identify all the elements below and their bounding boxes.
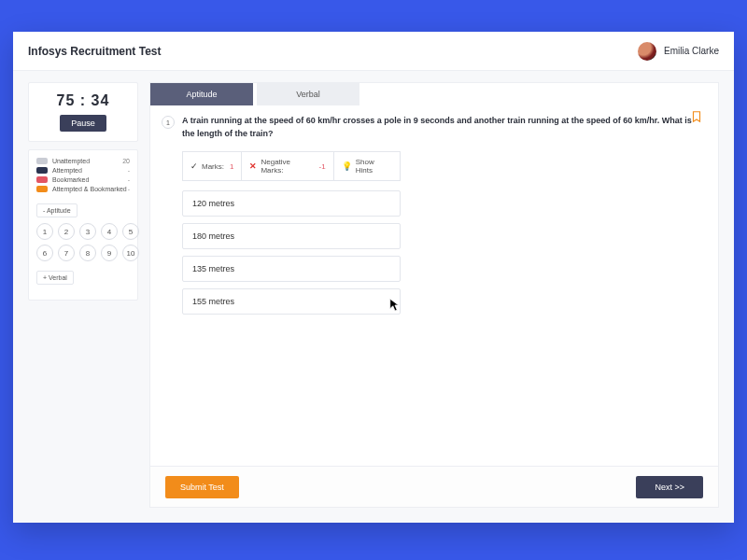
footer-bar: Submit Test Next >> — [150, 466, 718, 507]
timer-card: 75 : 34 Pause — [28, 82, 138, 142]
app-body: 75 : 34 Pause Unattempted 20 Attempted - — [13, 71, 734, 523]
sidebar: 75 : 34 Pause Unattempted 20 Attempted - — [28, 82, 138, 508]
qcell[interactable]: 9 — [101, 245, 118, 261]
qcell[interactable]: 8 — [79, 245, 96, 261]
option[interactable]: 135 metres — [182, 256, 401, 282]
section-toggle-aptitude[interactable]: - Aptitude — [36, 203, 78, 217]
palette-card: Unattempted 20 Attempted - Bookmarked - — [28, 149, 138, 301]
legend-bookmarked: Bookmarked - — [36, 176, 130, 183]
qcell[interactable]: 5 — [122, 223, 139, 240]
qcell[interactable]: 3 — [79, 223, 96, 240]
qcell[interactable]: 10 — [122, 245, 139, 261]
tab-row: Aptitude Verbal — [150, 83, 718, 105]
main-panel: Aptitude Verbal 1 A train running at the… — [149, 82, 719, 508]
submit-test-button[interactable]: Submit Test — [165, 476, 239, 498]
bulb-icon: 💡 — [342, 161, 352, 171]
top-bar: Infosys Recruitment Test Emilia Clarke — [13, 32, 734, 71]
swatch-attempted-icon — [36, 167, 48, 174]
x-icon: ✕ — [249, 161, 257, 171]
legend-attempted: Attempted - — [36, 167, 130, 174]
legend-unattempted: Unattempted 20 — [36, 158, 130, 164]
question-number: 1 — [162, 116, 175, 129]
show-hints-button[interactable]: 💡 Show Hints — [333, 152, 400, 180]
app-window: Infosys Recruitment Test Emilia Clarke 7… — [13, 32, 734, 523]
legend-attempted-bookmarked: Attempted & Bookmarked - — [36, 186, 130, 192]
qcell[interactable]: 6 — [36, 245, 53, 261]
option[interactable]: 120 metres — [182, 190, 401, 217]
marks-cell: ✓ Marks: 1 — [183, 156, 241, 176]
pause-button[interactable]: Pause — [60, 115, 106, 132]
marks-bar: ✓ Marks: 1 ✕ Negative Marks: -1 💡 Show H… — [182, 151, 401, 181]
avatar — [638, 42, 656, 61]
option[interactable]: 180 metres — [182, 223, 401, 249]
tab-aptitude[interactable]: Aptitude — [150, 83, 253, 105]
question-text: A train running at the speed of 60 km/hr… — [182, 115, 699, 140]
qcell[interactable]: 4 — [101, 223, 118, 240]
question-grid-aptitude: 1 2 3 4 5 6 7 8 9 10 — [36, 223, 130, 261]
user-name: Emilia Clarke — [664, 46, 719, 56]
check-icon: ✓ — [190, 161, 198, 171]
swatch-bookmarked-icon — [36, 176, 48, 183]
swatch-attempted-bookmarked-icon — [36, 186, 48, 192]
qcell[interactable]: 2 — [58, 223, 75, 240]
negative-marks-cell: ✕ Negative Marks: -1 — [241, 152, 332, 180]
swatch-unattempted-icon — [36, 158, 48, 164]
timer-display: 75 : 34 — [36, 92, 130, 109]
option[interactable]: 155 metres — [182, 288, 401, 315]
question-area: 1 A train running at the speed of 60 km/… — [150, 105, 718, 315]
qcell[interactable]: 7 — [58, 245, 75, 261]
bookmark-icon[interactable] — [690, 109, 703, 124]
page-title: Infosys Recruitment Test — [28, 45, 161, 58]
section-toggle-verbal[interactable]: + Verbal — [36, 271, 74, 285]
question-header: 1 A train running at the speed of 60 km/… — [162, 115, 699, 140]
legend: Unattempted 20 Attempted - Bookmarked - — [36, 158, 130, 192]
next-button[interactable]: Next >> — [636, 476, 703, 498]
user-chip[interactable]: Emilia Clarke — [638, 42, 719, 61]
qcell[interactable]: 1 — [36, 223, 53, 240]
options-list: 120 metres 180 metres 135 metres 155 met… — [182, 190, 401, 315]
tab-verbal[interactable]: Verbal — [257, 83, 359, 105]
